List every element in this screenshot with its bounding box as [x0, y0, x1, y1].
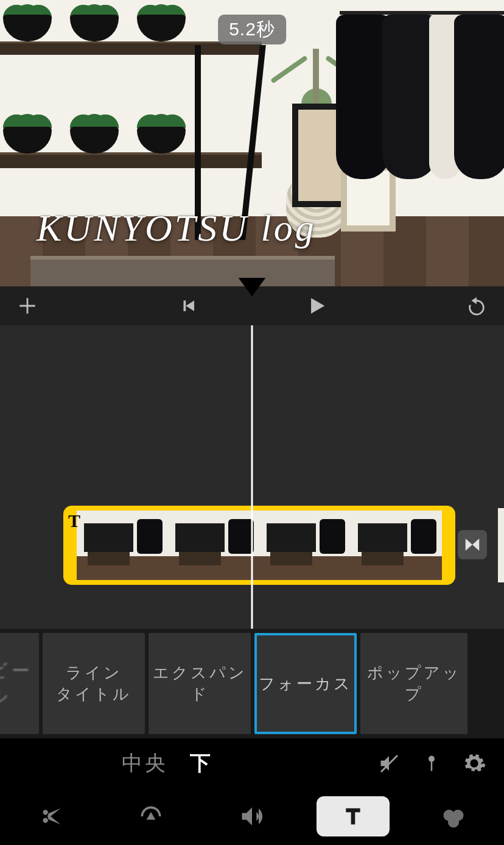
skip-back-icon: [178, 297, 198, 315]
title-position-tabs: 中央 下: [122, 749, 213, 777]
playhead[interactable]: [251, 325, 253, 629]
tool-audio[interactable]: [215, 796, 289, 836]
next-clip-peek[interactable]: [498, 508, 504, 582]
preview-table: [30, 256, 335, 286]
transition-icon: [463, 536, 481, 554]
transport-bar: [0, 286, 504, 325]
title-style-label: ポップアップ: [363, 662, 465, 705]
editor-tool-tabs: [0, 788, 504, 844]
title-icon: [341, 804, 365, 829]
preview-clothes-rack: [340, 0, 504, 219]
tool-title[interactable]: [317, 796, 390, 836]
gear-icon: [462, 751, 486, 776]
title-settings-button[interactable]: [453, 745, 495, 782]
title-mute-button[interactable]: [368, 745, 410, 782]
scissors-icon: [38, 804, 63, 829]
undo-button[interactable]: [449, 286, 504, 325]
pin-icon: [422, 751, 441, 776]
tool-speed[interactable]: [114, 796, 187, 836]
title-style-focus[interactable]: フォーカス: [254, 633, 357, 734]
title-style-label: フォーカス: [259, 673, 352, 695]
tool-filters[interactable]: [417, 796, 490, 836]
title-controls-row: 中央 下: [0, 738, 504, 788]
volume-icon: [239, 803, 265, 830]
playhead-notch: [239, 278, 265, 296]
video-preview[interactable]: 5.2秒 KUNYOTSU log: [0, 0, 504, 286]
transition-button[interactable]: [458, 530, 487, 559]
preview-shelf: [0, 18, 262, 219]
title-style-label: エクスパンド: [151, 662, 248, 705]
timeline[interactable]: T: [0, 325, 504, 629]
title-overlay-text[interactable]: KUNYOTSU log: [37, 207, 317, 250]
selected-clip[interactable]: T: [63, 506, 455, 585]
title-style-popup[interactable]: ポップアップ: [360, 633, 467, 734]
play-button[interactable]: [289, 286, 343, 325]
title-style-expand[interactable]: エクスパンド: [149, 633, 251, 734]
skip-to-start-button[interactable]: [161, 286, 215, 325]
title-style-label: ライン タイトル: [56, 662, 131, 705]
plus-icon: [17, 295, 38, 316]
title-style-strip[interactable]: リビール ライン タイトル エクスパンド フォーカス ポップアップ: [0, 629, 504, 738]
play-icon: [304, 294, 327, 317]
title-position-center[interactable]: 中央: [122, 749, 168, 777]
title-style-line-title[interactable]: ライン タイトル: [43, 633, 145, 734]
filters-icon: [440, 803, 467, 830]
clip-has-title-icon: T: [68, 511, 80, 531]
title-pin-button[interactable]: [410, 745, 453, 782]
mute-icon: [378, 752, 400, 774]
title-position-bottom[interactable]: 下: [190, 749, 213, 777]
undo-icon: [464, 295, 489, 316]
title-style-label: リビール: [0, 659, 37, 709]
tool-cut[interactable]: [14, 796, 87, 836]
clip-duration-badge: 5.2秒: [218, 15, 286, 44]
add-media-button[interactable]: [0, 286, 55, 325]
title-style-reveal[interactable]: リビール: [0, 633, 39, 734]
gauge-icon: [138, 803, 164, 830]
clip-thumbnails: [77, 511, 442, 580]
